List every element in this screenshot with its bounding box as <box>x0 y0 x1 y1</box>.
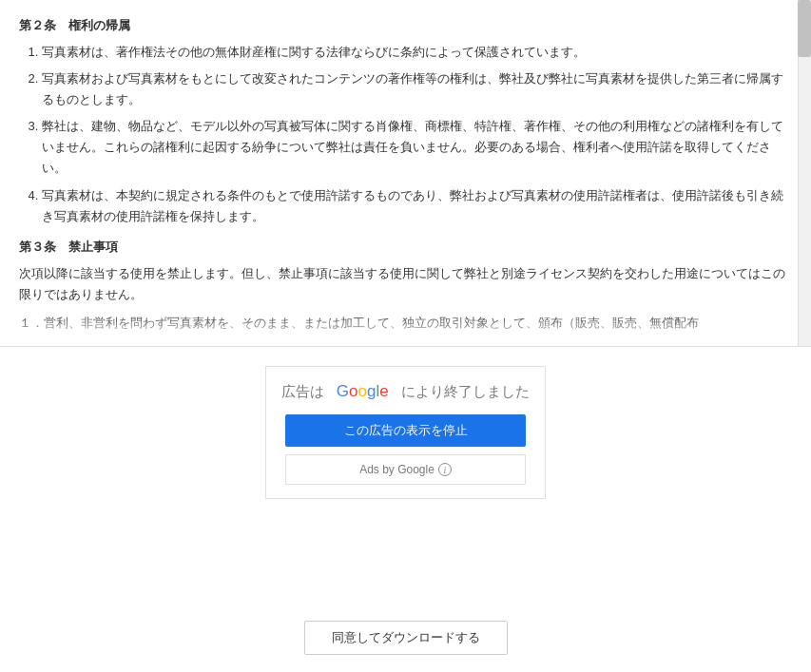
info-icon[interactable]: i <box>438 463 452 476</box>
ad-ended-suffix: により終了しました <box>401 383 530 399</box>
section3-title: 第３条 禁止事項 <box>19 239 792 256</box>
scrollbar[interactable] <box>798 0 811 347</box>
ad-overlay-area: 広告は Google により終了しました この広告の表示を停止 Ads by G… <box>0 347 811 642</box>
ad-box: 広告は Google により終了しました この広告の表示を停止 Ads by G… <box>265 366 546 499</box>
section2-title: 第２条 権利の帰属 <box>19 17 792 34</box>
ads-by-google-label: Ads by Google <box>359 463 434 476</box>
stop-ad-button[interactable]: この広告の表示を停止 <box>285 414 526 447</box>
list-item: 写真素材は、本契約に規定される条件のもとで使用許諾するものであり、弊社および写真… <box>42 185 792 227</box>
section2-block: 第２条 権利の帰属 写真素材は、著作権法その他の無体財産権に関する法律ならびに条… <box>19 17 792 227</box>
section3-block: 第３条 禁止事項 次項以降に該当する使用を禁止します。但し、禁止事項に該当する使… <box>19 239 792 341</box>
section3-partial: １．営利、非営利を問わず写真素材を、そのまま、または加工して、独立の取引対象とし… <box>19 313 792 341</box>
ad-ended-text: 広告は Google により終了しました <box>281 382 529 401</box>
ads-by-google-row: Ads by Google i <box>285 454 526 485</box>
main-content-area: 第２条 権利の帰属 写真素材は、著作権法その他の無体財産権に関する法律ならびに条… <box>0 0 811 347</box>
list-item: 写真素材および写真素材をもとにして改変されたコンテンツの著作権等の権利は、弊社及… <box>42 68 792 110</box>
agree-download-button[interactable]: 同意してダウンロードする <box>304 621 508 655</box>
list-item: 写真素材は、著作権法その他の無体財産権に関する法律ならびに条約によって保護されて… <box>42 42 792 63</box>
section2-list: 写真素材は、著作権法その他の無体財産権に関する法律ならびに条約によって保護されて… <box>19 42 792 227</box>
section3-partial-text: １．営利、非営利を問わず写真素材を、そのまま、または加工して、独立の取引対象とし… <box>19 313 792 334</box>
section3-intro: 次項以降に該当する使用を禁止します。但し、禁止事項に該当する使用に関して弊社と別… <box>19 263 792 305</box>
google-logo-text: Google <box>337 382 394 400</box>
list-item: 弊社は、建物、物品など、モデル以外の写真被写体に関する肖像権、商標権、特許権、著… <box>42 116 792 179</box>
footer-area: 同意してダウンロードする <box>0 623 811 653</box>
ad-ended-prefix: 広告は <box>281 383 324 399</box>
scrollbar-thumb[interactable] <box>798 0 811 57</box>
